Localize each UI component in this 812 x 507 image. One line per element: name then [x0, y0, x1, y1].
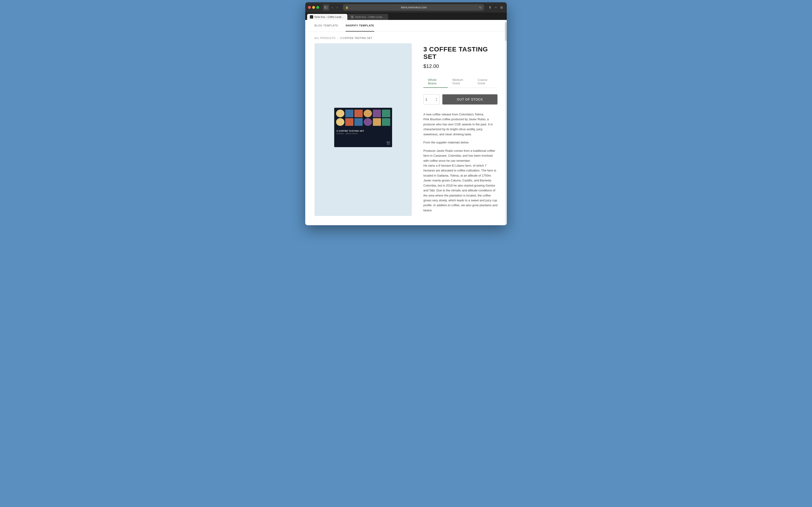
svg-rect-2 — [326, 7, 328, 8]
lock-icon: 🔒 — [345, 6, 349, 9]
browser-window: ‹ › 🔒 items.kevinskuo.com ↻ ⬆ ＋ ⊞ K Kevi… — [305, 2, 507, 225]
breadcrumb-separator: › — [337, 36, 338, 40]
box-label-area: 3 COFFEE TASTING SET ORGANIC · SINGLE OR… — [334, 129, 392, 136]
tab-2-label: Kevin Kuo – Coffee Locations and Items — [355, 16, 385, 18]
svg-rect-1 — [326, 6, 328, 6]
box-sub-text: ORGANIC · SINGLE ORIGIN — [336, 133, 390, 134]
product-title: 3 COFFEE TASTING SET — [423, 46, 497, 60]
quantity-up[interactable]: ▲ — [436, 98, 437, 99]
svg-rect-0 — [324, 6, 326, 9]
tab-2[interactable]: K Kevin Kuo – Coffee Locations and Items — [348, 14, 388, 20]
box-pattern-grid — [334, 108, 392, 129]
tab-2-favicon: K — [351, 15, 354, 18]
traffic-lights — [308, 6, 319, 9]
quantity-down[interactable]: ▼ — [436, 100, 437, 102]
breadcrumb-all-products[interactable]: ALL PRODUCTS — [315, 37, 335, 39]
minimize-button[interactable] — [312, 6, 315, 9]
product-details: 3 COFFEE TASTING SET $12.00 Whole Beans … — [412, 43, 497, 216]
product-price: $12.00 — [423, 63, 497, 69]
nav-shopify-template[interactable]: SHOPIFY TEMPLATE — [346, 20, 374, 32]
window-button[interactable]: ⊞ — [499, 5, 504, 10]
sidebar-toggle[interactable] — [323, 4, 329, 11]
forward-button[interactable]: › — [335, 4, 339, 10]
address-bar[interactable]: 🔒 items.kevinskuo.com ↻ — [343, 4, 484, 11]
browser-actions: ⬆ ＋ ⊞ — [488, 4, 504, 10]
tab-1[interactable]: K Kevin Kuo – Coffee Locations and Items — [307, 14, 348, 20]
out-of-stock-button[interactable]: Out of Stock — [442, 94, 497, 105]
page-wrapper: BLOG TEMPLATE SHOPIFY TEMPLATE ALL PRODU… — [305, 20, 507, 225]
box-label-text: 3 COFFEE TASTING SET — [336, 129, 390, 132]
quantity-value: 1 — [426, 98, 427, 101]
nav-blog-template[interactable]: BLOG TEMPLATE — [315, 20, 338, 32]
page-content: BLOG TEMPLATE SHOPIFY TEMPLATE ALL PRODU… — [305, 20, 507, 225]
breadcrumb: ALL PRODUCTS › 3 COFFEE TASTING SET — [305, 32, 507, 43]
description-p3: Producer Javier Rubio comes from a tradi… — [423, 148, 497, 213]
product-image: 3 COFFEE TASTING SET ORGANIC · SINGLE OR… — [315, 43, 412, 216]
maximize-button[interactable] — [316, 6, 319, 9]
grind-tabs: Whole Beans Medium Grind Coarse Grind — [423, 76, 497, 88]
quantity-arrows: ▲ ▼ — [436, 98, 437, 102]
description-p1: A new coffee release from Colombia's Tol… — [423, 112, 497, 137]
tab-1-favicon: K — [310, 15, 313, 18]
product-description: A new coffee release from Colombia's Tol… — [423, 112, 497, 213]
purchase-row: 1 ▲ ▼ Out of Stock — [423, 94, 497, 105]
browser-tabs: K Kevin Kuo – Coffee Locations and Items… — [305, 12, 507, 20]
tab-coarse-grind[interactable]: Coarse Grind — [473, 76, 497, 88]
breadcrumb-current: 3 COFFEE TASTING SET — [340, 37, 372, 39]
scrollbar-thumb[interactable] — [505, 22, 507, 41]
reload-icon[interactable]: ↻ — [479, 6, 482, 9]
browser-titlebar: ‹ › 🔒 items.kevinskuo.com ↻ ⬆ ＋ ⊞ — [305, 2, 507, 12]
url-text: items.kevinskuo.com — [350, 6, 478, 9]
new-tab-button[interactable]: ＋ — [493, 4, 498, 10]
share-button[interactable]: ⬆ — [488, 5, 492, 10]
tab-whole-beans[interactable]: Whole Beans — [423, 76, 448, 88]
back-button[interactable]: ‹ — [330, 4, 334, 10]
quantity-input[interactable]: 1 ▲ ▼ — [423, 94, 440, 105]
description-p2: From the supplier materials below — [423, 140, 497, 145]
browser-controls: ‹ › — [323, 4, 339, 11]
product-layout: 3 COFFEE TASTING SET ORGANIC · SINGLE OR… — [305, 43, 507, 225]
box-logo: ONT⠿⠿ — [386, 141, 390, 145]
close-button[interactable] — [308, 6, 311, 9]
scrollbar[interactable] — [505, 20, 507, 225]
tab-medium-grind[interactable]: Medium Grind — [448, 76, 473, 88]
site-nav: BLOG TEMPLATE SHOPIFY TEMPLATE — [305, 20, 507, 32]
svg-rect-3 — [326, 8, 328, 9]
tab-1-label: Kevin Kuo – Coffee Locations and Items — [315, 16, 345, 18]
product-box: 3 COFFEE TASTING SET ORGANIC · SINGLE OR… — [334, 108, 392, 147]
